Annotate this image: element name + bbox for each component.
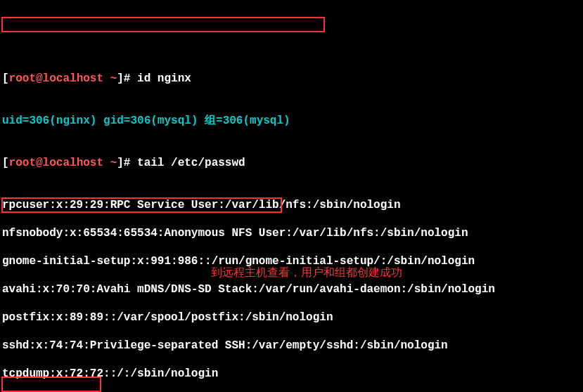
prompt-userhost: root@localhost ~ <box>9 157 117 169</box>
highlight-box-mysql-group <box>1 377 101 392</box>
prompt-line-1[interactable]: [root@localhost ~]# id nginx <box>2 72 581 86</box>
passwd-line: nfsnobody:x:65534:65534:Anonymous NFS Us… <box>2 226 581 240</box>
passwd-line: sshd:x:74:74:Privilege-separated SSH:/va… <box>2 339 581 353</box>
prompt-userhost: root@localhost ~ <box>9 72 117 85</box>
bracket-open: [ <box>2 72 9 85</box>
highlight-box-nginx-passwd <box>1 197 282 213</box>
id-output: uid=306(nginx) gid=306(mysql) 组=306(mysq… <box>2 114 581 128</box>
cmd-id-nginx: id nginx <box>130 72 191 85</box>
cmd-tail-passwd: tail /etc/passwd <box>130 157 245 169</box>
bracket-open: [ <box>2 157 9 169</box>
passwd-line: postfix:x:89:89::/var/spool/postfix:/sbi… <box>2 311 581 325</box>
annotation-text: 到远程主机查看，用户和组都创建成功 <box>211 266 402 280</box>
bracket-close: ]# <box>117 157 130 169</box>
bracket-close: ]# <box>117 72 130 85</box>
prompt-line-2[interactable]: [root@localhost ~]# tail /etc/passwd <box>2 156 581 170</box>
passwd-line: avahi:x:70:70:Avahi mDNS/DNS-SD Stack:/v… <box>2 282 581 296</box>
highlight-box-id-output <box>1 17 325 32</box>
